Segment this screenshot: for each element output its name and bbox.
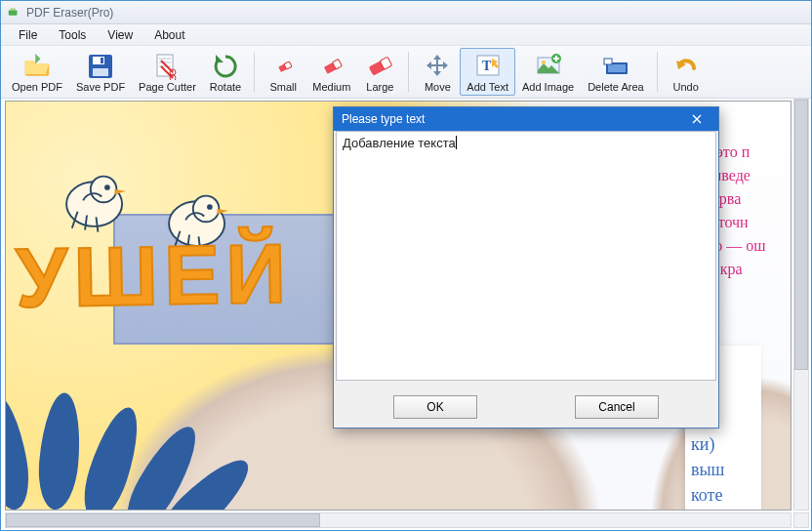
menu-view[interactable]: View [98, 26, 142, 44]
toolbar: Open PDF Save PDF Page Cutter Rotate Sma… [1, 46, 811, 99]
svg-point-28 [207, 204, 213, 210]
save-pdf-button[interactable]: Save PDF [69, 48, 132, 96]
undo-label: Undo [673, 81, 699, 93]
rotate-button[interactable]: Rotate [203, 48, 248, 96]
rotate-icon [212, 54, 239, 79]
menubar: File Tools View About [1, 24, 811, 46]
svg-point-18 [542, 61, 546, 64]
add-image-label: Add Image [522, 81, 574, 93]
add-text-button[interactable]: T Add Text [460, 48, 515, 96]
eraser-large-label: Large [366, 81, 393, 93]
eraser-medium-label: Medium [312, 81, 350, 93]
dialog-button-row: OK Cancel [334, 387, 718, 428]
text-input-value: Добавление текста [343, 136, 456, 150]
svg-rect-1 [11, 8, 16, 10]
delete-area-icon [602, 54, 629, 79]
open-pdf-button[interactable]: Open PDF [5, 48, 69, 96]
add-image-icon [535, 54, 562, 79]
open-folder-icon [23, 54, 51, 79]
svg-rect-21 [608, 64, 626, 72]
eraser-small-icon [269, 54, 297, 79]
dialog-title: Please type text [342, 112, 425, 126]
page-cutter-label: Page Cutter [139, 81, 196, 93]
toolbar-separator [408, 52, 409, 92]
toolbar-separator [254, 52, 255, 92]
toolbar-separator [657, 52, 658, 92]
scroll-corner [793, 512, 809, 528]
undo-icon [672, 54, 700, 79]
menu-about[interactable]: About [144, 26, 194, 44]
text-input-dialog: Please type text Добавление текста OK Ca… [333, 106, 719, 429]
cancel-button[interactable]: Cancel [575, 395, 659, 419]
delete-area-label: Delete Area [588, 81, 643, 93]
scrollbar-thumb[interactable] [794, 100, 808, 370]
menu-file[interactable]: File [9, 26, 47, 44]
menu-tools[interactable]: Tools [49, 26, 96, 44]
text-caret [456, 136, 457, 149]
svg-rect-4 [93, 68, 108, 76]
svg-point-25 [104, 184, 110, 190]
eraser-small-label: Small [269, 81, 297, 93]
scissors-icon [153, 54, 181, 79]
svg-rect-22 [604, 59, 612, 64]
page-cutter-button[interactable]: Page Cutter [132, 48, 203, 96]
add-image-button[interactable]: Add Image [515, 48, 581, 96]
svg-point-24 [91, 177, 117, 203]
eraser-large-button[interactable]: Large [357, 48, 402, 96]
dialog-body: Добавление текста OK Cancel [334, 131, 718, 428]
svg-rect-0 [9, 10, 18, 15]
svg-rect-5 [101, 58, 103, 63]
ok-button[interactable]: OK [393, 395, 477, 419]
horizontal-scrollbar[interactable] [5, 512, 792, 528]
save-icon [87, 54, 114, 79]
move-button[interactable]: Move [415, 48, 460, 96]
eraser-medium-icon [318, 54, 345, 79]
rotate-label: Rotate [210, 81, 241, 93]
eraser-large-icon [366, 54, 393, 79]
svg-text:T: T [482, 59, 492, 73]
move-icon [424, 54, 451, 79]
eraser-small-button[interactable]: Small [261, 48, 305, 96]
save-pdf-label: Save PDF [76, 81, 125, 93]
add-text-icon: T [474, 54, 502, 79]
svg-point-27 [193, 196, 220, 223]
app-icon [7, 6, 20, 20]
move-label: Move [425, 81, 451, 93]
window-title: PDF Eraser(Pro) [26, 6, 113, 20]
dialog-titlebar[interactable]: Please type text [334, 107, 718, 131]
undo-button[interactable]: Undo [664, 48, 709, 96]
leaves-illustration [6, 256, 250, 510]
vertical-scrollbar[interactable] [793, 99, 809, 511]
dialog-close-button[interactable] [681, 110, 712, 128]
scrollbar-thumb[interactable] [6, 513, 320, 527]
app-window: PDF Eraser(Pro) File Tools View About Op… [0, 0, 812, 531]
text-input[interactable]: Добавление текста [336, 131, 716, 381]
titlebar: PDF Eraser(Pro) [1, 1, 811, 24]
delete-area-button[interactable]: Delete Area [581, 48, 650, 96]
close-icon [692, 114, 702, 124]
open-pdf-label: Open PDF [12, 81, 62, 93]
add-text-label: Add Text [467, 81, 508, 93]
eraser-medium-button[interactable]: Medium [305, 48, 357, 96]
